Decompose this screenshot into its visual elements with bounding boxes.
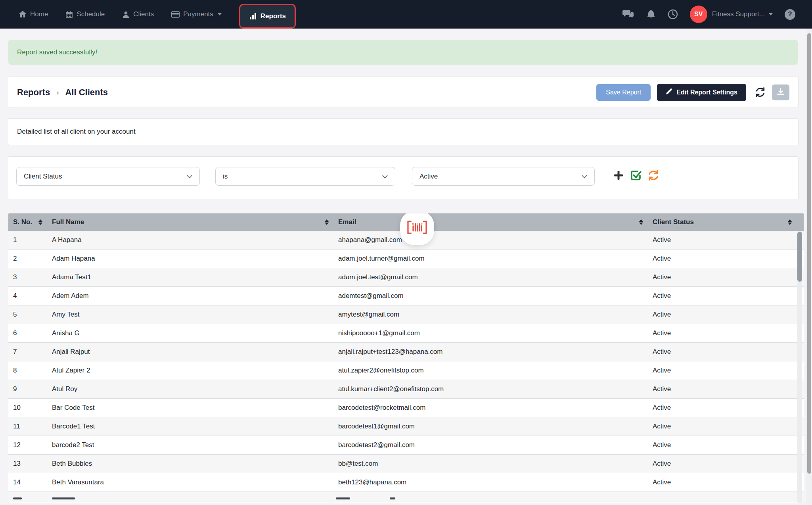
caret-down-icon xyxy=(769,13,773,15)
table-row[interactable]: 12 barcode2 Test barcodetest2@gmail.com … xyxy=(8,436,804,455)
chat-icon[interactable] xyxy=(622,10,634,19)
breadcrumb-separator: › xyxy=(56,88,59,97)
filter-value-value: Active xyxy=(419,173,438,180)
nav-item-reports[interactable]: Reports xyxy=(249,12,286,20)
cell-full-name: Barcode1 Test xyxy=(48,422,334,430)
success-banner: Report saved successfully! xyxy=(8,40,798,65)
cell-full-name: Adem Adem xyxy=(48,292,334,300)
cell-client-status: Active xyxy=(649,348,797,356)
table-row[interactable]: 6 Anisha G nishipooooo+1@gmail.com Activ… xyxy=(8,324,804,343)
chevron-down-icon xyxy=(187,173,192,180)
report-description: Detailed list of all client on your acco… xyxy=(17,128,136,136)
cell-sno: 5 xyxy=(8,311,48,319)
account-menu[interactable]: Fitness Support... xyxy=(712,10,773,18)
cell-full-name: Bar Code Test xyxy=(48,404,334,412)
cell-full-name: Beth Bubbles xyxy=(48,460,334,468)
breadcrumb-reports-link[interactable]: Reports xyxy=(17,87,50,98)
table-row[interactable]: 5 Amy Test amytest@gmail.com Active xyxy=(8,305,804,324)
table-row[interactable]: 11 Barcode1 Test barcodetest1@gmail.com … xyxy=(8,417,804,436)
filter-operator-select[interactable]: is xyxy=(215,167,395,186)
help-icon[interactable]: ? xyxy=(785,9,795,20)
edit-report-settings-button[interactable]: Edit Report Settings xyxy=(657,84,746,101)
cell-email: barcodetest1@gmail.com xyxy=(334,422,649,430)
cell-full-name: Atul Roy xyxy=(48,385,334,393)
sort-icon[interactable] xyxy=(38,219,42,225)
nav-item-label: Reports xyxy=(260,12,286,20)
table-scrollbar-thumb[interactable] xyxy=(797,232,802,282)
breadcrumb: Reports › All Clients xyxy=(17,87,108,98)
cell-full-name: A Hapana xyxy=(48,236,334,244)
report-actions: Save Report Edit Report Settings xyxy=(596,84,789,101)
nav-item-label: Home xyxy=(30,10,48,18)
sort-icon[interactable] xyxy=(639,219,643,225)
nav-item-home[interactable]: Home xyxy=(19,10,48,18)
filter-value-select[interactable]: Active xyxy=(412,167,595,186)
calendar-icon xyxy=(65,11,73,18)
cell-client-status: Active xyxy=(649,460,797,468)
cell-email: beth123@hapana.com xyxy=(334,478,649,486)
cell-sno: 7 xyxy=(8,348,48,356)
nav-item-payments[interactable]: Payments xyxy=(171,10,222,18)
loading-spinner xyxy=(400,213,434,245)
cell-email: bb@test.com xyxy=(334,460,649,468)
cell-sno: 8 xyxy=(8,367,48,374)
add-filter-icon[interactable] xyxy=(612,170,625,180)
download-icon xyxy=(777,88,785,97)
reset-filter-refresh-icon[interactable] xyxy=(647,169,660,181)
column-header-full-name[interactable]: Full Name xyxy=(48,213,334,231)
table-row[interactable]: 13 Beth Bubbles bb@test.com Active xyxy=(8,455,804,473)
sort-icon[interactable] xyxy=(325,219,329,225)
sort-icon[interactable] xyxy=(788,219,792,225)
cell-client-status: Active xyxy=(649,478,797,486)
cell-sno: 11 xyxy=(8,422,48,430)
table-row[interactable]: 14 Beth Varasuntara beth123@hapana.com A… xyxy=(8,473,804,492)
apply-filter-check-icon[interactable] xyxy=(630,169,642,181)
table-row[interactable]: 3 Adama Test1 adam.joel.test@gmail.com A… xyxy=(8,268,804,287)
nav-item-clients[interactable]: Clients xyxy=(122,10,154,18)
cell-client-status: Active xyxy=(649,404,797,412)
cell-client-status: Active xyxy=(649,329,797,337)
filter-operator-value: is xyxy=(223,173,228,180)
column-header-email[interactable]: Email xyxy=(334,213,649,231)
cell-client-status: Active xyxy=(649,441,797,449)
save-report-button[interactable]: Save Report xyxy=(596,84,651,101)
table-row[interactable]: 9 Atul Roy atul.kumar+client2@onefitstop… xyxy=(8,380,804,399)
download-report-button[interactable] xyxy=(772,84,789,100)
table-body: 1 A Hapana ahapana@gmail.com Active 2 Ad… xyxy=(8,231,804,492)
filter-field-value: Client Status xyxy=(24,173,62,180)
table-row[interactable]: 8 Atul Zapier 2 atul.zapier2@onefitstop.… xyxy=(8,361,804,380)
nav-menu: Home Schedule Clients Payments xyxy=(0,2,296,27)
cell-sno: 2 xyxy=(8,255,48,263)
cell-email: adam.joel.test@gmail.com xyxy=(334,273,649,281)
refresh-report-icon[interactable] xyxy=(755,87,766,98)
nav-item-label: Payments xyxy=(183,10,213,18)
page-scrollbar-thumb[interactable] xyxy=(807,33,811,474)
table-row[interactable]: 2 Adam Hapana adam.joel.turner@gmail.com… xyxy=(8,250,804,268)
table-row[interactable]: 4 Adem Adem ademtest@gmail.com Active xyxy=(8,287,804,305)
page-title: All Clients xyxy=(65,87,108,98)
clock-icon[interactable] xyxy=(668,9,678,19)
chevron-down-icon xyxy=(582,173,587,180)
nav-item-label: Clients xyxy=(133,10,154,18)
table-row[interactable]: 7 Anjali Rajput anjali.rajput+test123@ha… xyxy=(8,343,804,361)
cell-email: barcodetest@rocketmail.com xyxy=(334,404,649,412)
cell-full-name: Anjali Rajput xyxy=(48,348,334,356)
report-header-card: Reports › All Clients Save Report Edit R… xyxy=(8,77,799,108)
filter-card: Client Status is Active xyxy=(8,156,799,200)
partial-row xyxy=(8,492,804,502)
filter-field-select[interactable]: Client Status xyxy=(16,167,200,186)
column-header-client-status[interactable]: Client Status xyxy=(649,213,797,231)
page-scrollbar[interactable] xyxy=(806,29,812,505)
caret-down-icon xyxy=(218,13,222,15)
table-scrollbar[interactable] xyxy=(797,231,802,503)
cell-sno: 13 xyxy=(8,460,48,468)
table-row[interactable]: 10 Bar Code Test barcodetest@rocketmail.… xyxy=(8,399,804,417)
credit-card-icon xyxy=(171,11,180,18)
column-header-sno[interactable]: S. No. xyxy=(8,213,48,231)
filter-action-icons xyxy=(612,169,660,181)
bell-icon[interactable] xyxy=(646,9,656,19)
top-navbar: Home Schedule Clients Payments xyxy=(0,0,812,29)
avatar[interactable]: SV xyxy=(690,6,707,23)
nav-item-schedule[interactable]: Schedule xyxy=(65,10,105,18)
cell-sno: 4 xyxy=(8,292,48,300)
